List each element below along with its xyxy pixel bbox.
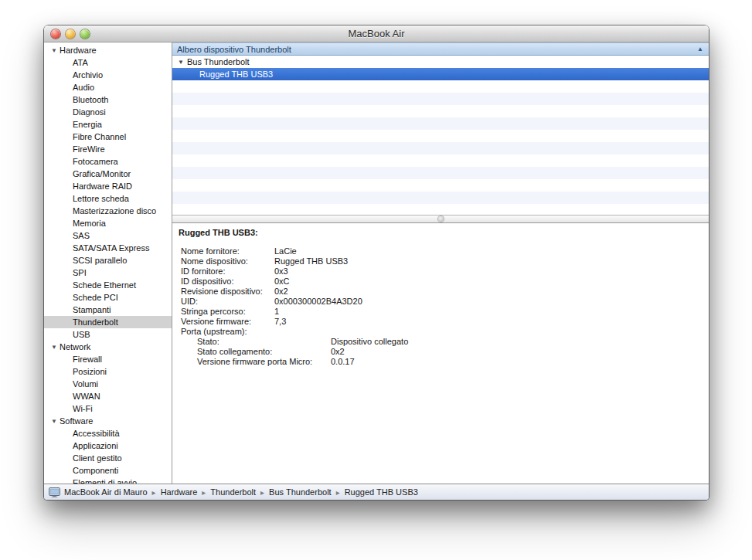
sidebar-item-wwan[interactable]: WWAN xyxy=(44,390,172,402)
sidebar-item-schede-ethernet[interactable]: Schede Ethernet xyxy=(44,279,172,291)
detail-label: ID fornitore: xyxy=(181,266,274,277)
detail-row-stato-collegamento: Stato collegamento:0x2 xyxy=(197,347,709,357)
disclosure-triangle-icon[interactable]: ▼ xyxy=(51,45,60,57)
detail-row-id-fornitore: ID fornitore:0x3 xyxy=(181,266,709,277)
detail-label: Revisione dispositivo: xyxy=(181,287,274,297)
sidebar-section-label: Network xyxy=(60,342,90,351)
detail-label: Nome fornitore: xyxy=(181,246,274,256)
breadcrumb-item-thunderbolt[interactable]: Thunderbolt xyxy=(210,487,256,497)
device-details-pane: Rugged THB USB3: Nome fornitore:LaCieNom… xyxy=(172,223,709,484)
breadcrumb-item-bus-thunderbolt[interactable]: Bus Thunderbolt xyxy=(269,487,332,497)
detail-row-stato: Stato:Dispositivo collegato xyxy=(197,337,709,347)
breadcrumb-item-macbook-air-di-mauro[interactable]: MacBook Air di Mauro xyxy=(64,487,148,497)
tree-row-label: Bus Thunderbolt xyxy=(187,57,250,66)
disclosure-triangle-icon[interactable]: ▼ xyxy=(178,56,187,69)
breadcrumb-item-hardware[interactable]: Hardware xyxy=(161,487,198,497)
sidebar-item-archivio[interactable]: Archivio xyxy=(44,69,172,81)
tree-column-header[interactable]: Albero dispositivo Thunderbolt ▲ xyxy=(172,42,709,56)
detail-label: Stato: xyxy=(197,337,331,347)
thunderbolt-device-tree: Albero dispositivo Thunderbolt ▲ ▼Bus Th… xyxy=(172,42,709,215)
detail-value: 0.0.17 xyxy=(331,357,355,367)
sidebar-item-wi-fi[interactable]: Wi-Fi xyxy=(44,402,172,415)
sidebar-item-thunderbolt[interactable]: Thunderbolt xyxy=(44,316,172,328)
tree-empty-row xyxy=(172,179,709,192)
breadcrumb-item-rugged-thb-usb3[interactable]: Rugged THB USB3 xyxy=(345,487,418,497)
splitter-handle-icon xyxy=(438,216,444,222)
sort-ascending-icon: ▲ xyxy=(697,43,703,56)
close-button[interactable] xyxy=(51,29,60,39)
sidebar-section-network[interactable]: ▼Network xyxy=(44,341,172,353)
detail-label: Stringa percorso: xyxy=(181,307,274,317)
title-bar[interactable]: MacBook Air xyxy=(44,25,709,42)
sidebar-section-label: Software xyxy=(60,416,93,426)
sidebar-item-sas[interactable]: SAS xyxy=(44,229,172,242)
tree-empty-row xyxy=(172,80,709,93)
sidebar-item-sata-sata-express[interactable]: SATA/SATA Express xyxy=(44,242,172,254)
sidebar-item-hardware-raid[interactable]: Hardware RAID xyxy=(44,180,172,192)
pane-splitter[interactable] xyxy=(172,215,709,223)
tree-empty-row xyxy=(172,167,709,179)
detail-row-uid: UID:0x000300002B4A3D20 xyxy=(181,297,709,307)
sidebar-item-ata[interactable]: ATA xyxy=(44,56,172,69)
detail-value: 0x3 xyxy=(274,266,288,277)
sidebar-item-schede-pci[interactable]: Schede PCI xyxy=(44,291,172,304)
tree-empty-row xyxy=(172,117,709,130)
sidebar-item-scsi-parallelo[interactable]: SCSI parallelo xyxy=(44,254,172,266)
disclosure-triangle-icon[interactable]: ▼ xyxy=(51,416,60,428)
detail-label: Porta (upstream): xyxy=(181,327,274,337)
detail-value: 0x000300002B4A3D20 xyxy=(274,297,362,307)
sidebar-section-software[interactable]: ▼Software xyxy=(44,415,172,427)
sidebar-item-volumi[interactable]: Volumi xyxy=(44,378,172,390)
tree-empty-row xyxy=(172,93,709,105)
sidebar: ▼HardwareATAArchivioAudioBluetoothDiagno… xyxy=(44,42,172,484)
sidebar-item-firewall[interactable]: Firewall xyxy=(44,353,172,365)
detail-row-stringa-percorso: Stringa percorso:1 xyxy=(181,307,709,317)
sidebar-item-fibre-channel[interactable]: Fibre Channel xyxy=(44,131,172,143)
sidebar-item-stampanti[interactable]: Stampanti xyxy=(44,304,172,316)
sidebar-item-fotocamera[interactable]: Fotocamera xyxy=(44,155,172,168)
detail-row-nome-fornitore: Nome fornitore:LaCie xyxy=(181,246,709,256)
tree-empty-row xyxy=(172,142,709,154)
sidebar-item-lettore-scheda[interactable]: Lettore scheda xyxy=(44,192,172,205)
detail-label: UID: xyxy=(181,297,274,307)
tree-empty-row xyxy=(172,154,709,167)
sidebar-item-componenti[interactable]: Componenti xyxy=(44,464,172,477)
detail-value: LaCie xyxy=(274,246,297,256)
sidebar-item-applicazioni[interactable]: Applicazioni xyxy=(44,440,172,452)
sidebar-item-client-gestito[interactable]: Client gestito xyxy=(44,452,172,464)
detail-value: 0xC xyxy=(274,277,290,287)
sidebar-item-posizioni[interactable]: Posizioni xyxy=(44,365,172,378)
breadcrumb: MacBook Air di Mauro▸Hardware▸Thunderbol… xyxy=(64,487,418,497)
sidebar-item-usb[interactable]: USB xyxy=(44,328,172,341)
sidebar-item-accessibilit[interactable]: Accessibilità xyxy=(44,427,172,440)
main-area: ▼HardwareATAArchivioAudioBluetoothDiagno… xyxy=(44,42,709,484)
sidebar-item-diagnosi[interactable]: Diagnosi xyxy=(44,106,172,118)
detail-label: Stato collegamento: xyxy=(197,347,331,357)
tree-row-rugged-thb-usb3[interactable]: Rugged THB USB3 xyxy=(172,68,709,80)
sidebar-item-spi[interactable]: SPI xyxy=(44,266,172,279)
right-pane: Albero dispositivo Thunderbolt ▲ ▼Bus Th… xyxy=(172,42,709,484)
sidebar-item-elementi-di-avvio[interactable]: Elementi di avvio xyxy=(44,477,172,484)
tree-empty-row xyxy=(172,192,709,204)
detail-label: ID dispositivo: xyxy=(181,277,274,287)
sidebar-item-masterizzazione-disco[interactable]: Masterizzazione disco xyxy=(44,205,172,217)
breadcrumb-separator-icon: ▸ xyxy=(202,488,206,497)
sidebar-section-label: Hardware xyxy=(60,46,97,55)
sidebar-section-hardware[interactable]: ▼Hardware xyxy=(44,44,172,56)
tree-row-label: Rugged THB USB3 xyxy=(199,70,273,79)
tree-empty-row xyxy=(172,130,709,142)
detail-row-versione-firmware: Versione firmware:7,3 xyxy=(181,317,709,327)
disclosure-triangle-icon[interactable]: ▼ xyxy=(51,341,60,354)
tree-row-bus-thunderbolt[interactable]: ▼Bus Thunderbolt xyxy=(172,56,709,68)
sidebar-item-bluetooth[interactable]: Bluetooth xyxy=(44,93,172,106)
sidebar-item-audio[interactable]: Audio xyxy=(44,81,172,93)
sidebar-item-energia[interactable]: Energia xyxy=(44,118,172,131)
detail-row-versione-firmware-porta-micro: Versione firmware porta Micro:0.0.17 xyxy=(197,357,709,367)
sidebar-item-memoria[interactable]: Memoria xyxy=(44,217,172,229)
sidebar-item-firewire[interactable]: FireWire xyxy=(44,143,172,155)
detail-value: Dispositivo collegato xyxy=(331,337,408,347)
details-heading: Rugged THB USB3: xyxy=(179,228,709,238)
sidebar-item-grafica-monitor[interactable]: Grafica/Monitor xyxy=(44,168,172,180)
minimize-button[interactable] xyxy=(66,29,75,39)
zoom-button[interactable] xyxy=(80,29,90,39)
